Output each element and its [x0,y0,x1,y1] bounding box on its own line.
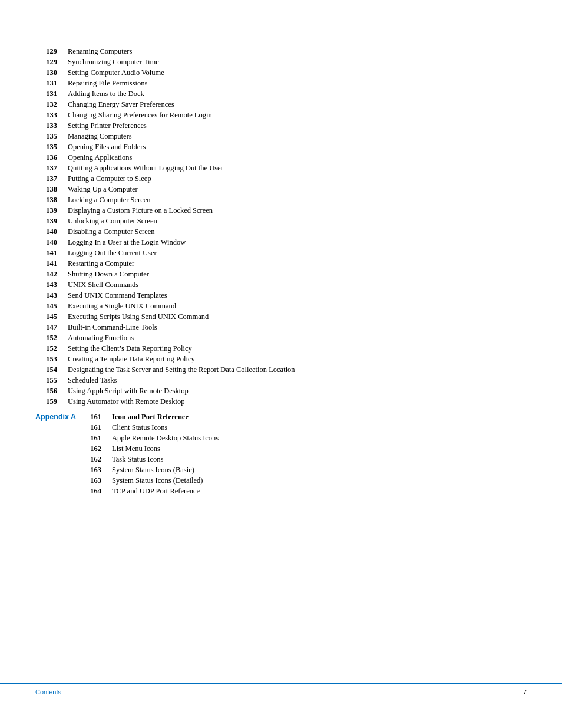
appendix-sub-row: 162List Menu Icons [35,444,527,453]
toc-row: 129Synchronizing Computer Time [35,58,527,67]
toc-page-number: 145 [35,312,68,321]
appendix-sub-label: System Status Icons (Basic) [112,466,527,475]
toc-entry-label: Changing Energy Saver Preferences [68,100,527,109]
footer: Contents 7 [0,683,562,696]
toc-entry-label: Waking Up a Computer [68,185,527,194]
toc-row: 140Disabling a Computer Screen [35,228,527,236]
toc-entry-label: Executing Scripts Using Send UNIX Comman… [68,312,527,321]
toc-entry-label: Synchronizing Computer Time [68,58,527,67]
appendix-section: Appendix A161Icon and Port Reference161C… [35,413,527,496]
appendix-label: Appendix A [35,413,88,421]
toc-page-number: 138 [35,196,68,205]
toc-row: 133Setting Printer Preferences [35,121,527,130]
appendix-sub-label: System Status Icons (Detailed) [112,476,527,485]
toc-entry-label: Setting Computer Audio Volume [68,68,527,77]
toc-page-number: 138 [35,185,68,194]
toc-entry-label: Locking a Computer Screen [68,196,527,205]
appendix-sub-label: Client Status Icons [112,423,527,432]
toc-row: 141Restarting a Computer [35,259,527,268]
toc-row: 154Designating the Task Server and Setti… [35,365,527,374]
toc-row: 139Displaying a Custom Picture on a Lock… [35,206,527,215]
toc-entry-label: Managing Computers [68,132,527,141]
toc-row: 131Repairing File Permissions [35,79,527,88]
toc-row: 138Locking a Computer Screen [35,196,527,205]
toc-entry-label: Built-in Command-Line Tools [68,323,527,332]
toc-entry-label: Shutting Down a Computer [68,270,527,279]
toc-entry-label: Quitting Applications Without Logging Ou… [68,164,527,173]
toc-page-number: 136 [35,153,68,162]
toc-page-number: 137 [35,164,68,173]
toc-page-number: 133 [35,121,68,130]
toc-page-number: 129 [35,58,68,67]
toc-entry-label: Automating Functions [68,334,527,342]
toc-row: 159Using Automator with Remote Desktop [35,397,527,406]
appendix-sub-label: List Menu Icons [112,444,527,453]
toc-entry-label: Displaying a Custom Picture on a Locked … [68,206,527,215]
toc-row: 156Using AppleScript with Remote Desktop [35,387,527,396]
toc-entry-label: UNIX Shell Commands [68,281,527,289]
toc-row: 131Adding Items to the Dock [35,90,527,98]
toc-entry-label: Executing a Single UNIX Command [68,302,527,311]
toc-entry-label: Opening Files and Folders [68,143,527,151]
toc-page-number: 159 [35,397,68,406]
appendix-sub-label: Apple Remote Desktop Status Icons [112,434,527,443]
appendix-number: 161 [88,413,112,421]
toc-page-number: 140 [35,228,68,236]
toc-entry-label: Using Automator with Remote Desktop [68,397,527,406]
toc-page-number: 156 [35,387,68,396]
toc-row: 145Executing Scripts Using Send UNIX Com… [35,312,527,321]
footer-text: Contents [35,689,61,696]
appendix-sub-page-number: 161 [88,423,112,432]
toc-entry-label: Restarting a Computer [68,259,527,268]
toc-row: 137Quitting Applications Without Logging… [35,164,527,173]
toc-row: 145Executing a Single UNIX Command [35,302,527,311]
appendix-sub-row: 161Client Status Icons [35,423,527,432]
toc-row: 133Changing Sharing Preferences for Remo… [35,111,527,120]
toc-page-number: 141 [35,259,68,268]
toc-entry-label: Repairing File Permissions [68,79,527,88]
toc-page-number: 135 [35,143,68,151]
toc-row: 152Setting the Client’s Data Reporting P… [35,344,527,353]
appendix-sub-row: 161Apple Remote Desktop Status Icons [35,434,527,443]
toc-row: 143UNIX Shell Commands [35,281,527,289]
toc-row: 136Opening Applications [35,153,527,162]
toc-page-number: 139 [35,206,68,215]
toc-entry-label: Setting Printer Preferences [68,121,527,130]
toc-page-number: 131 [35,79,68,88]
toc-page-number: 140 [35,238,68,247]
toc-page-number: 154 [35,365,68,374]
appendix-sub-label: Task Status Icons [112,455,527,464]
toc-page-number: 137 [35,174,68,183]
toc-page-number: 131 [35,90,68,98]
appendix-sub-page-number: 161 [88,434,112,443]
appendix-sub-label: TCP and UDP Port Reference [112,487,527,496]
appendix-title: Icon and Port Reference [112,413,527,421]
appendix-sub-row: 163System Status Icons (Basic) [35,466,527,475]
toc-entry-label: Changing Sharing Preferences for Remote … [68,111,527,120]
toc-entry-label: Using AppleScript with Remote Desktop [68,387,527,396]
toc-entry-label: Renaming Computers [68,47,527,56]
toc-row: 129Renaming Computers [35,47,527,56]
toc-entry-label: Unlocking a Computer Screen [68,217,527,226]
appendix-main-row: Appendix A161Icon and Port Reference [35,413,527,421]
toc-page-number: 133 [35,111,68,120]
toc-row: 153Creating a Template Data Reporting Po… [35,355,527,364]
toc-page-number: 132 [35,100,68,109]
toc-row: 135Managing Computers [35,132,527,141]
toc-page-number: 153 [35,355,68,364]
toc-page-number: 129 [35,47,68,56]
toc-row: 152Automating Functions [35,334,527,342]
toc-entry-label: Logging Out the Current User [68,249,527,258]
toc-row: 130Setting Computer Audio Volume [35,68,527,77]
toc-rows: 129Renaming Computers129Synchronizing Co… [35,47,527,406]
toc-entry-label: Disabling a Computer Screen [68,228,527,236]
toc-row: 155Scheduled Tasks [35,376,527,385]
toc-entry-label: Adding Items to the Dock [68,90,527,98]
toc-page-number: 152 [35,334,68,342]
toc-page-number: 142 [35,270,68,279]
toc-entry-label: Opening Applications [68,153,527,162]
appendix-sub-page-number: 164 [88,487,112,496]
toc-page-number: 135 [35,132,68,141]
toc-page-number: 152 [35,344,68,353]
appendix-sub-page-number: 162 [88,455,112,464]
